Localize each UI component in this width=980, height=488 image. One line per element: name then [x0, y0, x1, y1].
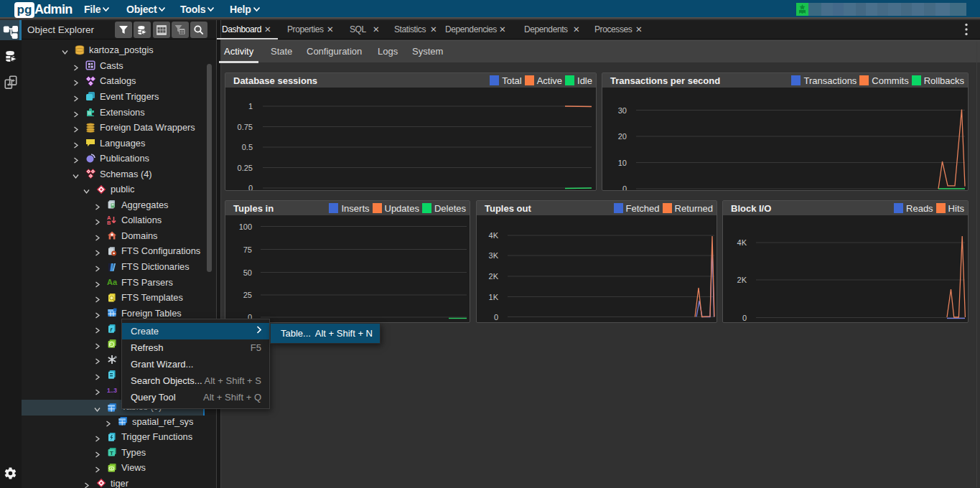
svg-text:0.25: 0.25	[238, 164, 253, 172]
svg-text:4K: 4K	[489, 231, 499, 240]
svg-text:30: 30	[618, 106, 627, 115]
svg-text:0: 0	[248, 184, 253, 190]
svg-text:0: 0	[742, 314, 747, 322]
svg-text:20: 20	[618, 132, 627, 141]
svg-text:T: T	[110, 450, 113, 456]
svg-text:25: 25	[243, 291, 252, 299]
svg-text:100: 100	[239, 222, 252, 231]
svg-text:0.5: 0.5	[242, 143, 253, 151]
svg-text:3K: 3K	[489, 251, 499, 260]
svg-text:1K: 1K	[489, 293, 499, 301]
svg-text:2K: 2K	[489, 272, 499, 281]
svg-text:50: 50	[243, 268, 252, 277]
svg-text:4K: 4K	[737, 238, 747, 247]
svg-text:10: 10	[618, 159, 627, 167]
svg-text:2K: 2K	[737, 276, 747, 284]
svg-text:0.75: 0.75	[238, 123, 253, 131]
svg-text:1..3: 1..3	[107, 387, 117, 394]
svg-text:75: 75	[243, 245, 252, 254]
svg-text:0: 0	[622, 184, 627, 190]
svg-text:1: 1	[248, 102, 253, 111]
svg-text:0: 0	[494, 313, 498, 322]
svg-text:Aa: Aa	[107, 278, 118, 286]
svg-text:B: B	[107, 220, 111, 225]
